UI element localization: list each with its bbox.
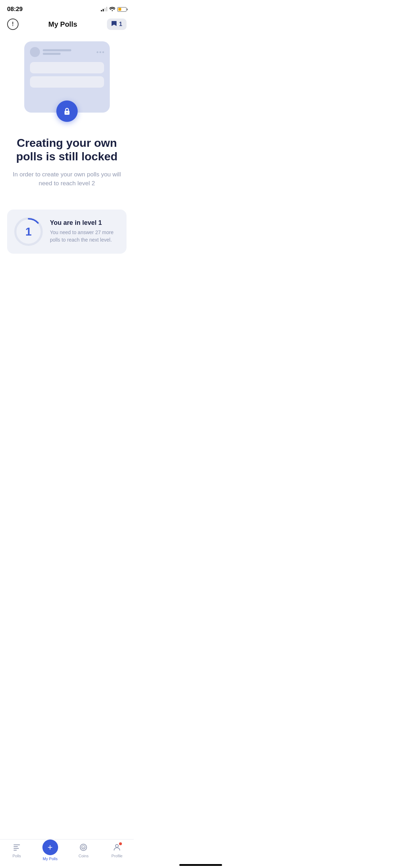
header: ! My Polls 1 [0,16,134,34]
info-button[interactable]: ! [7,19,19,30]
svg-point-1 [66,112,67,113]
poll-card-header [30,47,104,57]
wifi-icon [109,6,115,12]
level-info: You are in level 1 You need to answer 27… [50,219,119,244]
poll-card-dots [97,51,104,53]
poll-card-illustration [24,41,110,113]
bookmark-badge[interactable]: 1 [107,19,127,30]
poll-card-avatar [30,47,40,57]
level-circle: 1 [14,217,43,246]
lock-circle [56,100,78,122]
level-title: You are in level 1 [50,219,119,227]
status-time: 08:29 [7,6,22,13]
bookmark-icon [111,20,117,28]
lock-icon [62,106,72,116]
badge-count: 1 [119,21,122,27]
level-number: 1 [25,225,32,238]
sub-text: In order to create your own polls you wi… [11,170,123,188]
level-desc: You need to answer 27 more polls to reac… [50,229,119,244]
battery-icon [117,7,127,12]
poll-option-2 [30,76,104,88]
main-content: Creating your own polls is still locked … [0,116,134,195]
illustration-container [0,34,134,116]
status-bar: 08:29 [0,0,134,16]
status-icons [101,6,127,12]
level-card: 1 You are in level 1 You need to answer … [7,210,127,254]
main-heading: Creating your own polls is still locked [11,136,123,164]
page-title: My Polls [48,20,77,29]
poll-card-lines [43,49,97,55]
signal-icon [101,7,107,11]
poll-option-1 [30,62,104,73]
